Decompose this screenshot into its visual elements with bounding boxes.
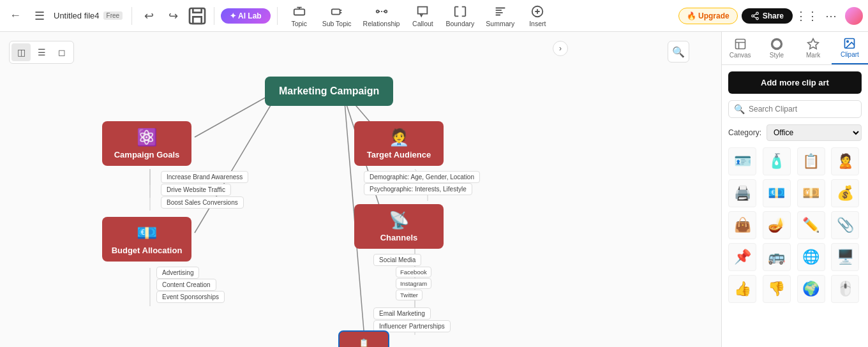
campaign-goals-label: Campaign Goals — [111, 150, 183, 159]
clipart-item-bus[interactable]: 🚌 — [763, 243, 791, 271]
subnode-social-media[interactable]: Social Media — [373, 254, 421, 266]
target-audience-node[interactable]: 🧑‍💼 Target Audience — [354, 121, 444, 166]
redo-button[interactable]: ↪ — [163, 6, 183, 26]
clipart-item-computer[interactable]: 🖥️ — [831, 243, 859, 271]
clipart-item-yen[interactable]: 💴 — [797, 179, 825, 207]
panel-tabs: Canvas Style Mark Clipart — [722, 32, 868, 65]
ai-lab-button[interactable]: ✦ AI Lab — [221, 8, 271, 24]
grid-button[interactable]: ⋮⋮ — [797, 6, 817, 26]
toolbar-left: ← ☰ Untitled file4 Free ↩ ↪ ✦ AI Lab Top… — [5, 1, 553, 31]
target-audience-label: Target Audience — [363, 150, 435, 159]
share-button[interactable]: Share — [742, 8, 793, 24]
svg-rect-27 — [735, 40, 745, 49]
search-icon: 🔍 — [734, 104, 745, 114]
budget-icon: 💶 — [111, 223, 183, 243]
user-avatar[interactable] — [845, 7, 863, 25]
back-button[interactable]: ← — [5, 6, 26, 26]
right-panel: Canvas Style Mark Clipart Add more clip … — [721, 32, 868, 347]
clipart-item-lamp[interactable]: 🪔 — [763, 211, 791, 239]
subnode-content-creation[interactable]: Content Creation — [156, 279, 216, 291]
budget-label: Budget Allocation — [111, 246, 183, 255]
clipart-item-thumbs-up[interactable]: 👍 — [728, 275, 756, 303]
save-button[interactable] — [187, 6, 207, 26]
callout-button[interactable]: Callout — [407, 1, 438, 31]
upgrade-button[interactable]: 🔥 Upgrade — [678, 8, 738, 24]
clipart-item-pin[interactable]: 📌 — [728, 243, 756, 271]
svg-point-3 — [376, 10, 378, 13]
svg-rect-1 — [294, 9, 304, 15]
clipart-item-id-card[interactable]: 🪪 — [728, 147, 756, 175]
subnode-advertising[interactable]: Advertising — [156, 267, 199, 279]
subnode-facebook[interactable]: Facebook — [396, 267, 431, 277]
central-node[interactable]: Marketing Campaign — [265, 77, 393, 106]
subnode-email-marketing[interactable]: Email Marketing — [373, 307, 431, 320]
clipart-item-document[interactable]: 📋 — [797, 147, 825, 175]
tab-mark[interactable]: Mark — [795, 32, 832, 64]
subtopic-button[interactable]: Sub Topic — [318, 1, 355, 31]
subnode-website-traffic[interactable]: Drive Website Traffic — [161, 184, 231, 196]
budget-allocation-node[interactable]: 💶 Budget Allocation — [102, 217, 191, 262]
clipart-item-bottle[interactable]: 🧴 — [763, 147, 791, 175]
svg-point-8 — [756, 17, 758, 20]
canvas-search-button[interactable]: 🔍 — [668, 41, 689, 63]
view-toggle: ◫ ☰ ◻ — [9, 41, 74, 64]
clipart-item-globe[interactable]: 🌐 — [797, 243, 825, 271]
menu-button[interactable]: ☰ — [29, 6, 50, 26]
kpis-icon: 📋 — [347, 338, 380, 347]
divider-3 — [277, 7, 278, 25]
svg-point-4 — [384, 10, 387, 13]
tab-canvas[interactable]: Canvas — [722, 32, 758, 64]
channels-icon: 📡 — [363, 210, 435, 230]
canvas-area[interactable]: ◫ ☰ ◻ 🔍 › — [0, 32, 721, 347]
clipart-item-purse[interactable]: 👜 — [728, 211, 756, 239]
category-select[interactable]: Office Animals Food Nature People Techno… — [767, 124, 862, 141]
boundary-button[interactable]: Boundary — [442, 1, 478, 31]
tab-style[interactable]: Style — [758, 32, 795, 64]
subnode-instagram[interactable]: Instagram — [396, 278, 431, 289]
channels-label: Channels — [363, 233, 435, 242]
outline-view-btn[interactable]: ◻ — [52, 43, 71, 61]
svg-rect-2 — [331, 9, 340, 14]
clipart-item-euro[interactable]: 💶 — [763, 179, 791, 207]
clipart-item-person[interactable]: 🙎 — [831, 147, 859, 175]
subnode-twitter[interactable]: Twitter — [396, 290, 423, 300]
channels-node[interactable]: 📡 Channels — [354, 204, 444, 249]
clipart-item-money-bag[interactable]: 💰 — [831, 179, 859, 207]
tab-clipart[interactable]: Clipart — [832, 32, 868, 64]
svg-point-6 — [756, 12, 758, 15]
insert-button[interactable]: Insert — [522, 1, 553, 31]
subnode-psychographic[interactable]: Psychographic: Interests, Lifestyle — [364, 183, 472, 195]
clipart-item-mouse[interactable]: 🖱️ — [831, 275, 859, 303]
topic-button[interactable]: Topic — [284, 1, 315, 31]
grid-view-btn[interactable]: ◫ — [11, 43, 31, 61]
toolbar-right: 🔥 Upgrade Share ⋮⋮ ⋯ — [678, 6, 863, 26]
add-clipart-button[interactable]: Add more clip art — [728, 71, 862, 94]
campaign-goals-icon: ⚛️ — [111, 128, 183, 147]
category-label: Category: — [728, 128, 761, 137]
summary-button[interactable]: Summary — [482, 1, 518, 31]
clipart-item-pencil[interactable]: ✏️ — [797, 211, 825, 239]
list-view-btn[interactable]: ☰ — [32, 43, 51, 61]
divider-1 — [131, 7, 132, 25]
clipart-item-thumbs-down[interactable]: 👎 — [763, 275, 791, 303]
campaign-goals-node[interactable]: ⚛️ Campaign Goals — [102, 121, 191, 166]
subnode-event-sponsorships[interactable]: Event Sponsorships — [156, 291, 225, 303]
more-button[interactable]: ⋯ — [821, 6, 841, 26]
kpis-node[interactable]: 📋 KPIs — [338, 330, 389, 347]
clipart-item-paperclip[interactable]: 📎 — [831, 211, 859, 239]
undo-button[interactable]: ↩ — [138, 6, 159, 26]
subnode-sales-conversions[interactable]: Boost Sales Conversions — [161, 196, 244, 209]
collapse-panel-button[interactable]: › — [553, 41, 568, 56]
relationship-button[interactable]: Relationship — [359, 1, 404, 31]
category-row: Category: Office Animals Food Nature Peo… — [728, 124, 862, 141]
subnode-brand-awareness[interactable]: Increase Brand Awareness — [161, 171, 248, 183]
clipart-search-input[interactable] — [749, 105, 856, 114]
clipart-item-earth[interactable]: 🌍 — [797, 275, 825, 303]
clipart-item-printer[interactable]: 🖨️ — [728, 179, 756, 207]
target-audience-icon: 🧑‍💼 — [363, 128, 435, 147]
svg-point-29 — [847, 41, 849, 43]
subnode-demographic[interactable]: Demographic: Age, Gender, Location — [364, 171, 480, 183]
main-area: ◫ ☰ ◻ 🔍 › — [0, 32, 868, 347]
free-badge: Free — [103, 11, 123, 20]
mindmap-container: Marketing Campaign ⚛️ Campaign Goals Inc… — [19, 64, 498, 347]
